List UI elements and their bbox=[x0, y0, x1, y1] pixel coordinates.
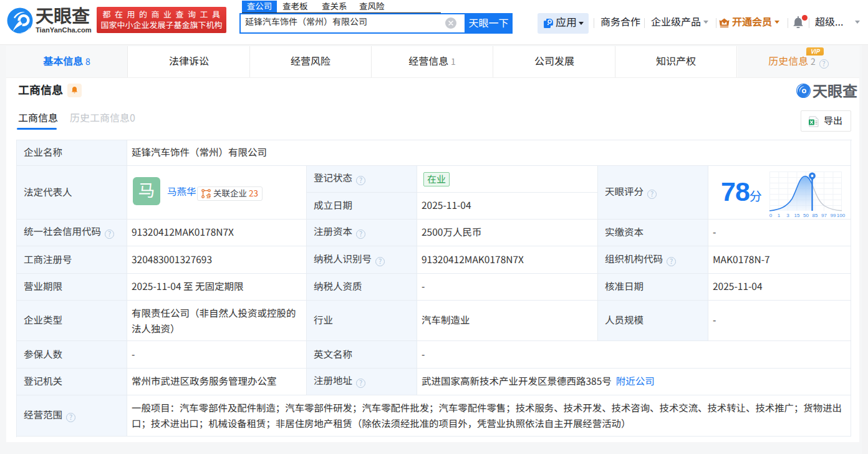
svg-text:99: 99 bbox=[830, 213, 836, 218]
svg-text:企: 企 bbox=[206, 193, 211, 198]
svg-text:100: 100 bbox=[837, 213, 846, 218]
svg-text:3: 3 bbox=[786, 213, 789, 218]
svg-text:1: 1 bbox=[778, 213, 781, 218]
svg-text:15: 15 bbox=[794, 213, 799, 218]
svg-text:0: 0 bbox=[769, 213, 773, 218]
svg-text:50: 50 bbox=[803, 213, 809, 218]
svg-text:97: 97 bbox=[821, 213, 827, 218]
svg-text:85: 85 bbox=[812, 213, 817, 218]
